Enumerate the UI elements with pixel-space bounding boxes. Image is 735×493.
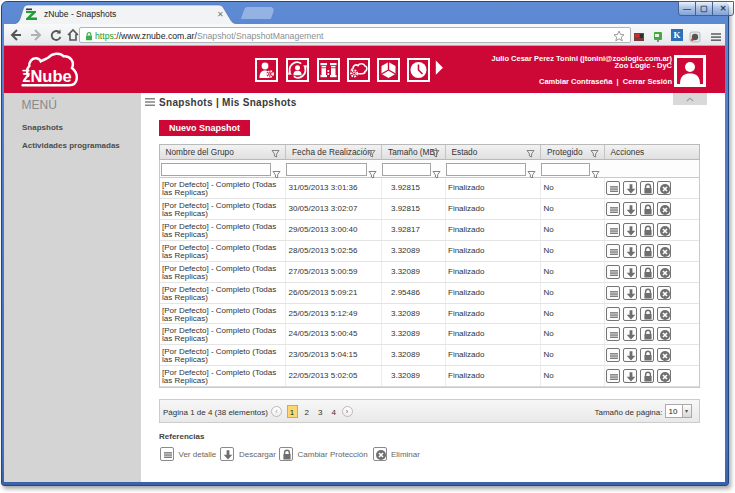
svg-text:zNube: zNube — [22, 67, 71, 85]
